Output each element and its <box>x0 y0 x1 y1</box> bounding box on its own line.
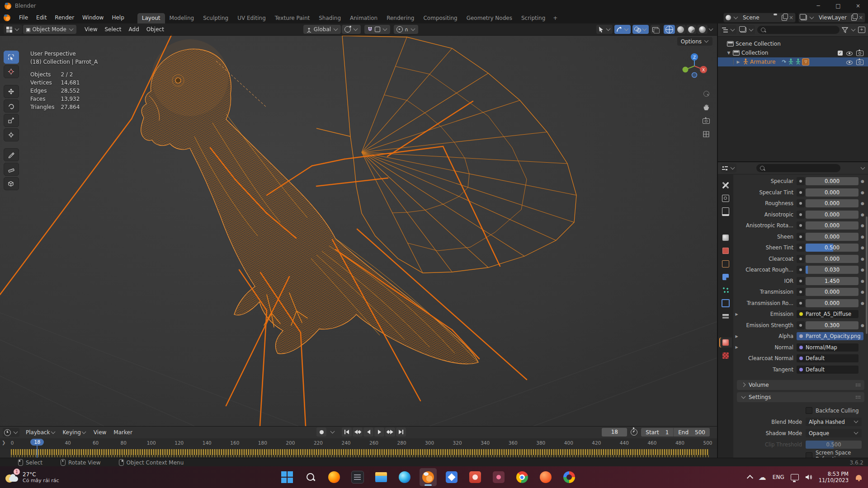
remove-viewlayer-icon[interactable]: × <box>859 15 863 20</box>
tab-sculpting[interactable]: Sculpting <box>198 13 233 23</box>
tab-scripting[interactable]: Scripting <box>517 13 550 23</box>
properties-tab-object[interactable] <box>719 259 732 269</box>
animate-dot-icon[interactable]: ● <box>860 323 865 328</box>
weather-widget[interactable]: 1 27°C Có mây rải rác <box>5 470 108 484</box>
tool-measure-button[interactable] <box>4 163 19 176</box>
decorator-toggle[interactable] <box>797 299 805 307</box>
shadow-mode-dropdown[interactable]: Opaque <box>806 429 862 437</box>
language-indicator[interactable]: ENG <box>773 474 784 480</box>
properties-tab-world[interactable] <box>719 246 732 256</box>
camera-view-icon[interactable] <box>701 115 712 126</box>
property-slider[interactable]: 1.450 <box>806 277 859 285</box>
hide-eye-icon[interactable] <box>846 50 853 56</box>
jump-to-start-button[interactable] <box>342 427 352 436</box>
animate-dot-icon[interactable]: ● <box>860 179 865 183</box>
animate-dot-icon[interactable]: ● <box>860 290 865 294</box>
animate-dot-icon[interactable]: ● <box>860 201 865 206</box>
outliner-display-mode-button[interactable] <box>739 25 755 34</box>
playhead-frame-pill[interactable]: 18 <box>30 439 44 446</box>
shading-rendered-button[interactable] <box>697 25 708 34</box>
zoom-view-icon[interactable] <box>701 88 712 99</box>
pivot-point-dropdown[interactable] <box>342 25 361 34</box>
animate-dot-icon[interactable]: ● <box>860 245 865 250</box>
3d-viewport[interactable]: ▣ Object Mode ViewSelectAddObject Global <box>0 23 717 426</box>
taskbar-app-maroon[interactable] <box>490 468 507 486</box>
properties-scrollbar[interactable] <box>866 216 868 334</box>
play-button[interactable] <box>374 427 384 436</box>
decorator-toggle[interactable] <box>797 188 805 197</box>
outliner-item-label[interactable]: Collection <box>741 50 768 56</box>
properties-tab-output[interactable] <box>719 206 732 216</box>
timeline-menu-marker[interactable]: Marker <box>110 428 136 437</box>
animate-dot-icon[interactable]: ● <box>860 267 865 272</box>
animate-dot-icon[interactable]: ● <box>860 301 865 305</box>
blend-mode-dropdown[interactable]: Alpha Hashed <box>806 418 862 426</box>
auto-keying-button[interactable] <box>316 427 326 436</box>
menu-edit[interactable]: Edit <box>32 13 51 22</box>
properties-tab-render[interactable] <box>719 193 732 203</box>
jump-to-end-button[interactable] <box>396 427 406 436</box>
clock-widget[interactable]: 8:53 PM 11/10/2023 <box>819 471 849 483</box>
property-socket-value[interactable]: Normal/Map <box>797 343 859 352</box>
decorator-toggle[interactable] <box>797 211 805 219</box>
tab-texture-paint[interactable]: Texture Paint <box>270 13 314 23</box>
property-slider[interactable]: 0.000 <box>806 233 859 241</box>
properties-tab-material[interactable] <box>719 338 732 347</box>
keying-set-dropdown[interactable] <box>327 427 337 436</box>
taskbar-app-explorer[interactable] <box>373 468 390 486</box>
animate-dot-icon[interactable]: ● <box>860 190 865 195</box>
animate-dot-icon[interactable]: ● <box>860 212 865 217</box>
minimize-button[interactable]: ─ <box>808 0 828 12</box>
properties-editor-type-button[interactable] <box>721 164 736 173</box>
properties-tab-tool[interactable] <box>719 180 732 190</box>
volume-panel-header[interactable]: Volume <box>737 380 864 390</box>
viewport-menu-add[interactable]: Add <box>125 25 143 34</box>
ortho-perspective-icon[interactable] <box>701 129 712 140</box>
outliner-row-scene-collection[interactable]: Scene Collection <box>718 39 868 48</box>
stopwatch-icon[interactable] <box>631 429 637 436</box>
backface-culling-checkbox[interactable] <box>806 407 812 414</box>
start-frame-field[interactable]: Start 1 <box>641 429 673 436</box>
snap-controls[interactable] <box>364 25 390 34</box>
timeline-ruler[interactable]: 0406080100120140160180200220240260280300… <box>0 438 717 449</box>
notification-bell-icon[interactable] <box>856 475 862 480</box>
taskbar-app-start[interactable] <box>278 468 296 486</box>
shading-wireframe-button[interactable] <box>664 25 675 34</box>
taskbar-app-photos[interactable] <box>443 468 460 486</box>
panel-grip-icon[interactable] <box>855 395 861 399</box>
property-slider[interactable]: 0.000 <box>806 188 859 197</box>
new-scene-icon[interactable] <box>782 15 787 21</box>
tool-select-box-button[interactable] <box>4 51 19 64</box>
properties-tab-view-layer[interactable] <box>719 220 732 230</box>
property-slider[interactable]: 0.000 <box>806 299 859 307</box>
menu-render[interactable]: Render <box>51 13 78 22</box>
tool-move-button[interactable] <box>4 85 19 98</box>
tab-layout[interactable]: Layout <box>137 13 165 23</box>
property-slider[interactable]: 0.300 <box>806 321 859 329</box>
property-socket-value[interactable]: Parrot_A5_Diffuse <box>797 310 859 318</box>
panel-grip-icon[interactable] <box>855 383 861 387</box>
menu-help[interactable]: Help <box>108 13 128 22</box>
end-frame-field[interactable]: End 500 <box>674 429 710 436</box>
maximize-button[interactable]: □ <box>828 0 848 12</box>
expand-arrow-icon[interactable]: ▶ <box>733 334 740 338</box>
clip-threshold-slider[interactable]: 0.500 <box>806 441 862 449</box>
property-slider[interactable]: 0.000 <box>806 221 859 230</box>
proportional-editing-controls[interactable]: ∩ <box>394 25 418 34</box>
taskbar-app-dark[interactable] <box>349 468 366 486</box>
unlink-scene-icon[interactable]: × <box>789 15 793 20</box>
decorator-toggle[interactable] <box>797 266 805 274</box>
tool-add-cube-button[interactable] <box>4 177 19 190</box>
property-slider[interactable]: 0.500 <box>806 244 859 252</box>
outliner-search-input[interactable] <box>757 26 840 34</box>
taskbar-app-google[interactable] <box>561 468 578 486</box>
tab-rendering[interactable]: Rendering <box>382 13 419 23</box>
filter-icon[interactable] <box>842 27 848 33</box>
expand-arrow-icon[interactable]: ▶ <box>733 345 740 349</box>
hide-eye-icon[interactable] <box>846 59 853 65</box>
timeline-menu-playback[interactable]: Playback <box>22 428 59 437</box>
viewlayer-selector[interactable]: ViewLayer × <box>798 13 865 23</box>
property-slider[interactable]: 0.000 <box>806 211 859 219</box>
current-frame-field[interactable]: 18 <box>602 428 627 436</box>
xray-toggle[interactable] <box>651 25 660 34</box>
